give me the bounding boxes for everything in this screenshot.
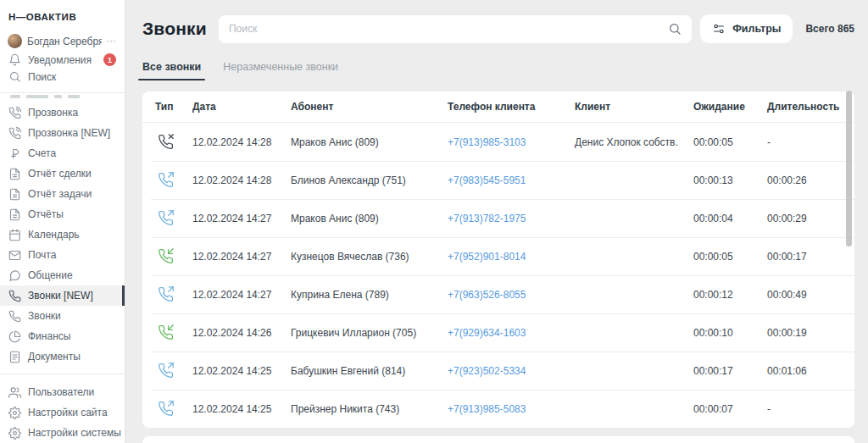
search-bar (219, 15, 692, 43)
call-client-phone[interactable]: +7(913)985-5083 (448, 403, 575, 415)
sidebar-item-label: Настройки сайта (28, 407, 108, 418)
call-waiting: 00:00:12 (693, 289, 767, 301)
sidebar-item-otchet-zadachi[interactable]: Отчёт задачи (0, 184, 125, 204)
sidebar-item-label: Отчёт задачи (28, 188, 92, 200)
sidebar: Н—ОВАКТИВ Богдан Серебря... ⋯ Уведомлени… (0, 0, 125, 443)
filter-sliders-icon (712, 22, 726, 36)
sidebar-item-label: Прозвонка (28, 107, 78, 119)
tab-0[interactable]: Все звонки (142, 61, 201, 80)
call-subscriber: Прейзнер Никита (743) (291, 403, 448, 415)
sidebar-item-prozvonka-new[interactable]: Прозвонка [NEW] (0, 123, 125, 143)
file-text-icon (8, 168, 21, 180)
sidebar-item-notifications[interactable]: Уведомления 1 (0, 52, 125, 69)
call-type-outgoing-icon (155, 210, 192, 226)
call-waiting: 00:00:05 (693, 251, 767, 263)
bell-icon (8, 53, 21, 66)
sidebar-item-obshchenie[interactable]: Общение (0, 265, 125, 285)
more-icon[interactable]: ⋯ (107, 36, 118, 47)
sidebar-item-label: Отчёты (28, 208, 64, 220)
table-row[interactable]: 12.02.2024 14:28Блинов Александр (751)+7… (142, 161, 854, 199)
table-scrollbar-thumb[interactable] (846, 91, 852, 246)
sidebar-item-kalendar[interactable]: Календарь (0, 224, 125, 245)
call-client-phone[interactable]: +7(929)634-1603 (448, 327, 575, 339)
call-date: 12.02.2024 14:27 (192, 289, 291, 301)
call-client-phone[interactable]: +7(963)526-8055 (448, 289, 575, 301)
table-header-row: ТипДатаАбонентТелефон клиентаКлиентОжида… (142, 91, 854, 123)
sidebar-item-label: Пользователи (28, 386, 94, 398)
sidebar-item-search[interactable]: Поиск (0, 69, 125, 86)
call-waiting: 00:00:13 (693, 174, 767, 186)
table-row[interactable]: 12.02.2024 14:27Мраков Анис (809)+7(913)… (142, 199, 854, 237)
phone-icon (8, 310, 21, 323)
sidebar-item-scheta[interactable]: Счета (0, 143, 125, 163)
sidebar-clipped-item (0, 93, 125, 102)
filters-button[interactable]: Фильтры (700, 14, 793, 43)
sidebar-item-label: Звонки (28, 310, 61, 322)
sidebar-item-otchety[interactable]: Отчёты (0, 204, 125, 224)
sidebar-item-nastroyki-sayta[interactable]: Настройки сайта (0, 402, 125, 423)
sidebar-item-dokumenty[interactable]: Документы (0, 346, 125, 367)
call-date: 12.02.2024 14:26 (192, 327, 291, 339)
sidebar-item-label: Почта (28, 249, 56, 261)
sidebar-item-zvonki[interactable]: Звонки (0, 306, 125, 326)
table-row[interactable]: 12.02.2024 14:26Грицкевич Илларион (705)… (142, 313, 854, 352)
call-waiting: 00:00:17 (693, 365, 767, 377)
user-menu[interactable]: Богдан Серебря... ⋯ (0, 30, 125, 52)
table-row[interactable]: 12.02.2024 14:25Прейзнер Никита (743)+7(… (142, 390, 854, 428)
table-row[interactable]: 12.02.2024 14:28Мраков Анис (809)+7(913)… (142, 123, 854, 161)
column-header: Абонент (291, 101, 448, 113)
call-date: 12.02.2024 14:25 (192, 403, 291, 415)
phone-call-icon (8, 107, 21, 119)
call-type-incoming-icon (155, 324, 192, 341)
search-icon (8, 70, 21, 83)
search-icon[interactable] (668, 22, 682, 36)
sidebar-item-label: Поиск (28, 71, 56, 83)
call-duration: - (767, 403, 854, 415)
call-duration: - (767, 136, 854, 148)
page-title: Звонки (142, 19, 207, 39)
table-row[interactable]: 12.02.2024 14:25Бабушкин Евгений (814)+7… (142, 352, 854, 390)
call-client-phone[interactable]: +7(913)985-3103 (448, 136, 575, 148)
sidebar-item-label: Звонки [NEW] (28, 290, 93, 302)
call-client-phone[interactable]: +7(913)782-1975 (448, 213, 575, 224)
sidebar-item-finansy[interactable]: Финансы (0, 326, 125, 346)
sidebar-item-polzovateli[interactable]: Пользователи (0, 382, 125, 402)
clipped-text (68, 95, 80, 98)
sidebar-item-nastroyki-sistemy[interactable]: Настройки системы (0, 423, 125, 443)
file-text-icon (8, 188, 21, 201)
call-client-phone[interactable]: +7(983)545-5951 (448, 174, 575, 186)
sidebar-item-otchet-sdelki[interactable]: Отчёт сделки (0, 163, 125, 184)
call-subscriber: Куприна Елена (789) (291, 289, 448, 301)
call-type-outgoing-icon (155, 363, 192, 379)
file-text-icon (8, 208, 21, 221)
call-subscriber: Грицкевич Илларион (705) (291, 327, 448, 339)
search-input[interactable] (229, 23, 668, 35)
call-client-phone[interactable]: +7(952)901-8014 (448, 251, 575, 263)
call-subscriber: Бабушкин Евгений (814) (291, 365, 448, 377)
call-client-phone[interactable]: +7(923)502-5334 (448, 365, 575, 377)
call-type-outgoing-icon (155, 401, 192, 417)
app-root: Н—ОВАКТИВ Богдан Серебря... ⋯ Уведомлени… (0, 0, 868, 443)
gear-icon (8, 407, 21, 419)
call-type-missed-icon (155, 134, 192, 150)
sidebar-item-prozvonka[interactable]: Прозвонка (0, 102, 125, 123)
call-subscriber: Мраков Анис (809) (291, 136, 448, 148)
table-row[interactable]: 12.02.2024 14:27Кузнецов Вячеслав (736)+… (142, 237, 854, 275)
call-waiting: 00:00:04 (693, 213, 767, 224)
tab-1[interactable]: Неразмеченные звонки (223, 61, 338, 80)
table-row[interactable]: 12.02.2024 14:27Куприна Елена (789)+7(96… (142, 275, 854, 313)
doc-lines-icon (8, 351, 21, 363)
call-duration: 00:00:26 (767, 174, 854, 186)
column-header: Клиент (575, 101, 693, 113)
call-type-incoming-icon (155, 248, 192, 264)
sidebar-item-pochta[interactable]: Почта (0, 245, 125, 265)
tabs: Все звонкиНеразмеченные звонки (142, 61, 854, 80)
filters-label: Фильтры (732, 23, 781, 35)
call-date: 12.02.2024 14:25 (192, 365, 291, 377)
next-table-card-sliver (142, 436, 854, 443)
column-header: Ожидание (693, 101, 767, 113)
sidebar-item-label: Документы (28, 351, 81, 363)
calls-table: ТипДатаАбонентТелефон клиентаКлиентОжида… (142, 91, 854, 428)
sidebar-item-zvonki-new[interactable]: Звонки [NEW] (0, 285, 125, 306)
column-header: Дата (192, 101, 291, 113)
